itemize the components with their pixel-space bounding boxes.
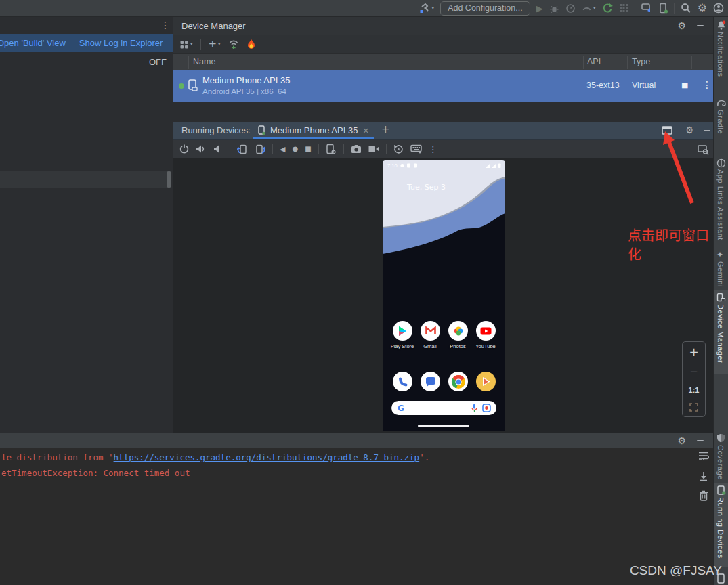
log-minimize-icon[interactable] (697, 440, 704, 441)
device-manager-icon[interactable] (659, 3, 668, 14)
column-api[interactable]: API (587, 57, 601, 66)
profiler-icon[interactable] (565, 3, 576, 14)
home-indicator[interactable] (418, 425, 469, 427)
app-label: YouTube (469, 343, 502, 349)
running-devices-label: Running Devices: (181, 125, 251, 135)
log-line-1: le distribution from 'https://services.g… (1, 452, 429, 462)
chrome-app-icon[interactable] (448, 372, 468, 391)
google-g-icon: G (397, 404, 406, 412)
run-icon[interactable]: ▶ (536, 4, 543, 13)
column-name[interactable]: Name (193, 57, 215, 66)
add-device-button[interactable]: + ▾ (209, 39, 221, 49)
zoom-in-button[interactable]: + (689, 347, 698, 358)
kebab-menu-icon[interactable]: ⋮ (160, 20, 170, 30)
screenshot-button[interactable] (351, 144, 362, 154)
build-button[interactable]: ▾ (419, 3, 434, 14)
nav-overview-button[interactable]: ■ (305, 146, 311, 152)
toolbar-kebab-menu[interactable]: ⋮ (429, 145, 437, 154)
panel-settings-gear-icon[interactable]: ⚙ (677, 21, 686, 30)
firebase-icon[interactable] (247, 39, 256, 50)
show-log-link[interactable]: Show Log in Explorer (79, 38, 163, 48)
power-button[interactable] (179, 144, 189, 154)
open-build-view-link[interactable]: Open 'Build' View (0, 38, 66, 48)
volume-up-button[interactable] (196, 144, 206, 154)
hardware-input-button[interactable] (410, 144, 422, 154)
new-tab-plus-icon[interactable]: + (381, 125, 390, 135)
device-settings-button[interactable] (326, 144, 337, 155)
add-configuration-button[interactable]: Add Configuration... (440, 1, 530, 16)
google-lens-icon[interactable] (482, 404, 491, 412)
snapshot-restore-button[interactable] (393, 144, 404, 154)
toolbar-separator (386, 144, 387, 154)
clear-log-trash-icon[interactable] (699, 490, 708, 501)
close-tab-icon[interactable]: × (362, 127, 369, 135)
mic-icon[interactable] (471, 404, 477, 412)
zoom-out-button[interactable]: − (689, 367, 698, 377)
zoom-actual-size-button[interactable]: 1:1 (689, 386, 700, 394)
watermark: CSDN @FJSAY (630, 563, 722, 578)
log-settings-gear-icon[interactable]: ⚙ (677, 436, 686, 446)
stop-device-button[interactable]: ■ (681, 81, 688, 89)
play-store-gold-app-icon[interactable] (476, 372, 496, 391)
android-studio-window: ▾ Add Configuration... ▶ ▾ (0, 0, 728, 585)
gmail-app-icon[interactable] (421, 321, 440, 341)
column-separator (188, 56, 189, 69)
phone-app-icon[interactable] (393, 372, 412, 391)
screen-record-button[interactable] (368, 145, 379, 153)
google-search-bar[interactable]: G (391, 401, 496, 415)
photos-app-icon[interactable] (448, 321, 468, 341)
build-log-panel: ⚙ le distribution from 'https://services… (0, 433, 713, 585)
device-kebab-menu[interactable]: ⋮ (702, 80, 712, 89)
settings-gear-icon[interactable]: ⚙ (698, 3, 707, 14)
emulator-screen[interactable]: Tue, Sep 3 7:10 (383, 160, 505, 431)
pair-wifi-button[interactable] (228, 39, 239, 50)
scroll-to-end-icon[interactable] (699, 471, 708, 481)
running-devices-tool-icon (716, 485, 726, 495)
rotate-left-button[interactable] (237, 144, 248, 154)
device-mirror-icon[interactable] (641, 3, 653, 14)
selected-log-row[interactable] (0, 171, 169, 188)
sidebar-label: Gemini (716, 261, 725, 287)
gutter-divider (30, 71, 30, 433)
view-options-button[interactable]: ▾ (179, 40, 193, 49)
minimize-icon[interactable] (697, 25, 704, 26)
device-manager-panel: Device Manager ⚙ ▾ + ▾ (173, 17, 713, 433)
running-device-tab[interactable]: Medium Phone API 35 × (253, 122, 374, 139)
toolbar-separator (230, 144, 230, 154)
scrollbar-thumb[interactable] (167, 171, 171, 188)
toolbar-separator (272, 144, 273, 154)
play-store-app-icon[interactable] (393, 321, 412, 341)
rotate-right-button[interactable] (255, 144, 265, 154)
device-online-dot (179, 83, 184, 89)
gradle-sync-icon[interactable] (602, 3, 613, 14)
device-gauge-dropdown[interactable]: ▾ (582, 3, 596, 14)
zoom-controls: + − 1:1 (682, 341, 706, 417)
main-toolbar: ▾ Add Configuration... ▶ ▾ (0, 0, 728, 17)
zoom-fit-button[interactable] (689, 403, 698, 412)
debug-icon[interactable] (549, 3, 559, 14)
device-row[interactable]: Medium Phone API 35 Android API 35 | x86… (173, 70, 713, 102)
search-icon[interactable] (681, 3, 691, 14)
gemini-star-icon: ✦ (716, 251, 723, 259)
column-separator (627, 56, 628, 69)
virtual-device-icon (188, 79, 198, 92)
gradle-dist-link[interactable]: https://services.gradle.org/distribution… (114, 452, 420, 462)
nav-home-button[interactable]: ● (292, 146, 298, 152)
volume-down-button[interactable] (213, 144, 223, 154)
column-type[interactable]: Type (632, 57, 650, 66)
youtube-app-icon[interactable] (476, 321, 496, 341)
nav-back-button[interactable]: ◀ (280, 146, 285, 153)
grid-icon[interactable] (619, 3, 628, 13)
messages-app-icon[interactable] (421, 372, 440, 391)
link-icon (716, 158, 726, 168)
sidebar-label: Device Manager (716, 304, 725, 363)
profile-icon[interactable] (713, 3, 724, 14)
tool-window-bar: Notifications Gradle App Links Assistant… (713, 17, 728, 585)
device-subtitle: Android API 35 | x86_64 (202, 87, 286, 95)
toolbar-separator (318, 144, 319, 154)
soft-wrap-icon[interactable] (698, 451, 709, 461)
shield-icon (716, 433, 725, 443)
status-bar-system-icons (486, 163, 502, 168)
chevron-down-icon: ▾ (593, 5, 596, 11)
log-line-2: etTimeoutException: Connect timed out (1, 468, 190, 478)
